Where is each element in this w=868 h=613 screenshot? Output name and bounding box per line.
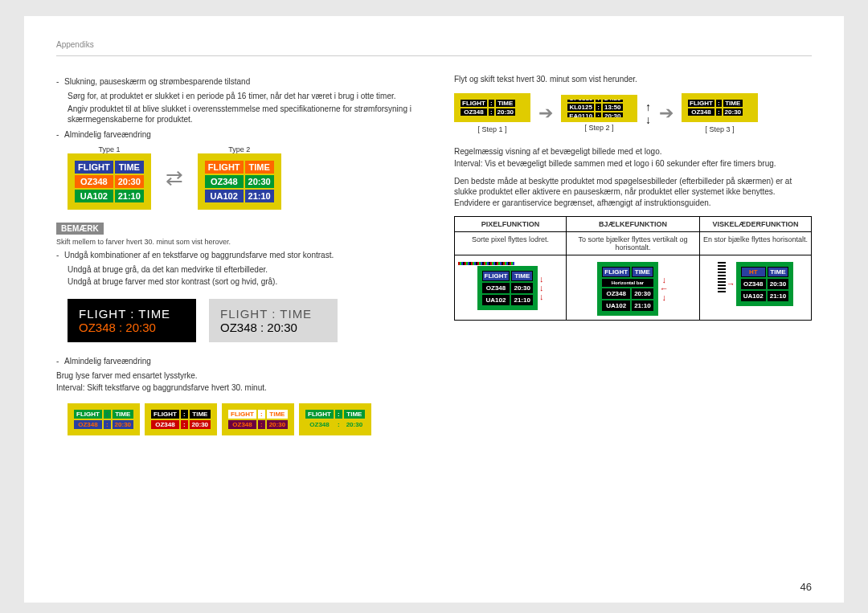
header-section: Appendiks bbox=[56, 40, 812, 56]
cell: FLIGHT bbox=[688, 100, 714, 107]
cell: TIME bbox=[632, 267, 653, 277]
cell: OZ348 bbox=[305, 420, 334, 429]
type2-label: Type 2 bbox=[198, 145, 281, 153]
cell: TIME bbox=[115, 161, 144, 174]
right-column: Flyt og skift tekst hvert 30. minut som … bbox=[454, 72, 812, 435]
cell: 20:30 bbox=[603, 112, 622, 117]
steps-figure: FLIGHT:TIME OZ348:20:30 [ Step 1 ] ➔ OP0… bbox=[454, 93, 812, 133]
col-header: VISKELÆDERFUNKTION bbox=[699, 217, 811, 232]
cell: UA102 bbox=[602, 300, 630, 311]
line: OZ348 : 20:30 bbox=[220, 321, 326, 334]
note-text: Skift mellem to farver hvert 30. minut s… bbox=[56, 238, 414, 246]
cell: FLIGHT bbox=[228, 410, 256, 419]
bullet-text: Undgå kombinationer af en tekstfarve og … bbox=[64, 251, 334, 260]
mini-board: FLIGHT:TIME OZ348:20:30 bbox=[145, 403, 217, 435]
step-2: OP0310:24:20 KL0125:13:50 EA0110:20:30 K… bbox=[561, 95, 637, 132]
horizontal-bar-label: Horizontal bar bbox=[602, 279, 653, 287]
cell: OZ348 bbox=[602, 288, 630, 299]
flight-board-type2: FLIGHTTIME OZ34820:30 UA10221:10 bbox=[198, 153, 281, 210]
cell: OZ348 bbox=[688, 108, 714, 116]
type-comparison-figure: Type 1 FLIGHTTIME OZ34820:30 UA10221:10 … bbox=[68, 145, 414, 211]
left-column: -Slukning, pauseskærm og strømbesparende… bbox=[56, 72, 414, 435]
bullet-text: Almindelig farveændring bbox=[64, 130, 151, 139]
step-3: FLIGHT:TIME OZ348:20:30 [ Step 3 ] bbox=[682, 93, 758, 133]
mini-board: FLIGHT:TIME OZ348:20:30 bbox=[222, 403, 294, 435]
line: FLIGHT : TIME bbox=[79, 307, 185, 321]
paragraph: Sørg for, at produktet er slukket i en p… bbox=[68, 91, 414, 102]
cell: FLIGHT bbox=[305, 410, 334, 419]
arrow-right-icon: ➔ bbox=[659, 103, 674, 124]
cell: 20:30 bbox=[511, 283, 532, 293]
cell: UA102 bbox=[741, 291, 766, 301]
paragraph: Undgå at bruge grå, da det kan medvirke … bbox=[68, 264, 414, 276]
bar-function-figure: FLIGHTTIME Horizontal bar OZ34820:30 UA1… bbox=[567, 255, 700, 321]
cell: KL0125 bbox=[567, 104, 594, 111]
cell: 20:30 bbox=[723, 108, 743, 116]
cell: 13:50 bbox=[603, 104, 622, 111]
cell: FLIGHT bbox=[205, 161, 244, 174]
cell: 21:10 bbox=[511, 295, 532, 305]
bullet-item: -Almindelig farveændring bbox=[56, 130, 414, 139]
paragraph: Interval: Skift tekstfarve og baggrundsf… bbox=[56, 382, 414, 394]
cell: 20:30 bbox=[267, 420, 288, 429]
mini-board: FLIGHT:TIME OZ348:20:30 bbox=[68, 403, 140, 435]
cell: 20:30 bbox=[115, 175, 144, 188]
cell: FLIGHT bbox=[482, 271, 510, 281]
up-down-arrows: ↑ ↓ bbox=[645, 100, 651, 126]
bullet-text: Almindelig farveændring bbox=[64, 357, 151, 366]
paragraph: Flyt og skift tekst hvert 30. minut som … bbox=[454, 74, 812, 85]
line: OZ348 : 20:30 bbox=[79, 321, 185, 334]
cell: TIME bbox=[113, 410, 133, 419]
bullet-item: -Almindelig farveændring bbox=[56, 357, 414, 366]
page-number: 46 bbox=[800, 581, 812, 593]
cell: FLIGHT bbox=[602, 267, 630, 277]
paragraph: Undgå at bruge farver med stor kontrast … bbox=[68, 276, 414, 288]
cell: FLIGHT bbox=[461, 100, 487, 107]
arrow-right-icon: ➔ bbox=[538, 103, 553, 124]
cell: OZ348 bbox=[75, 175, 113, 188]
cell: 20:30 bbox=[768, 279, 788, 289]
cell: En stor bjælke flyttes horisontalt. bbox=[699, 232, 811, 255]
swap-arrow-icon: ⇄ bbox=[166, 166, 183, 190]
cell: UA102 bbox=[75, 190, 113, 202]
cell: UA102 bbox=[482, 295, 510, 305]
cell: To sorte bjælker flyttes vertikalt og ho… bbox=[567, 232, 700, 255]
cell: FLIGHT bbox=[151, 410, 179, 419]
step-caption: [ Step 3 ] bbox=[682, 125, 758, 133]
mini-board: FLIGHT:TIME OZ348:20:30 bbox=[299, 403, 371, 435]
type1-label: Type 1 bbox=[68, 145, 151, 153]
paragraph: Brug lyse farver med ensartet lysstyrke. bbox=[56, 370, 414, 382]
cell: OZ348 bbox=[741, 279, 766, 289]
paragraph: Interval: Vis et bevægeligt billede samm… bbox=[454, 158, 812, 170]
cell: OZ348 bbox=[461, 108, 487, 116]
cell: FLIGHT bbox=[74, 410, 102, 419]
bullet-item: -Undgå kombinationer af en tekstfarve og… bbox=[56, 251, 414, 260]
cell: UA102 bbox=[205, 190, 244, 202]
cell: 20:30 bbox=[496, 108, 515, 116]
cell: Sorte pixel flyttes lodret. bbox=[455, 232, 567, 255]
cell: OZ348 bbox=[228, 420, 256, 429]
cell: EA0110 bbox=[567, 112, 594, 117]
paragraph: Regelmæssig visning af et bevægeligt bil… bbox=[454, 146, 812, 157]
col-header: BJÆLKEFUNKTION bbox=[567, 217, 700, 232]
cell: OZ348 bbox=[74, 420, 102, 429]
cell: OZ348 bbox=[482, 283, 510, 293]
cell: 20:30 bbox=[113, 420, 133, 429]
cell: TIME bbox=[768, 267, 788, 277]
cell: OZ348 bbox=[205, 175, 244, 188]
cell: 20:30 bbox=[190, 420, 211, 429]
cell: FLIGHT bbox=[75, 161, 113, 174]
cell: TIME bbox=[190, 410, 211, 419]
function-table: PIXELFUNKTION BJÆLKEFUNKTION VISKELÆDERF… bbox=[454, 216, 812, 321]
pixel-function-figure: FLIGHTTIME OZ34820:30 UA10221:10 ↓↓↓ bbox=[455, 255, 567, 321]
bullet-text: Slukning, pauseskærm og strømbesparende … bbox=[64, 77, 250, 86]
cell: TIME bbox=[245, 161, 274, 174]
bullet-item: -Slukning, pauseskærm og strømbesparende… bbox=[56, 77, 414, 86]
eraser-function-figure: → HTTIME OZ34820:30 UA10221:10 bbox=[699, 255, 811, 321]
color-interval-figure: FLIGHT:TIME OZ348:20:30 FLIGHT:TIME OZ34… bbox=[68, 403, 414, 435]
contrast-example-figure: FLIGHT : TIME OZ348 : 20:30 FLIGHT : TIM… bbox=[68, 299, 414, 342]
cell: 20:30 bbox=[344, 420, 365, 429]
line: FLIGHT : TIME bbox=[220, 307, 326, 321]
cell: 20:30 bbox=[245, 175, 274, 188]
step-1: FLIGHT:TIME OZ348:20:30 [ Step 1 ] bbox=[454, 93, 530, 133]
